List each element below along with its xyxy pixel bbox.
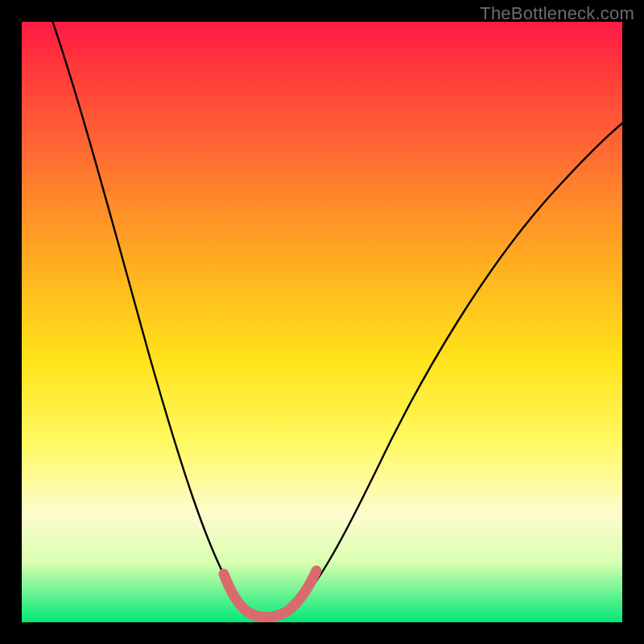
plot-area bbox=[22, 22, 622, 622]
outer-frame: TheBottleneck.com bbox=[0, 0, 644, 644]
bottleneck-curve bbox=[50, 22, 622, 617]
optimal-zone-highlight bbox=[224, 571, 316, 617]
curve-layer bbox=[22, 22, 622, 622]
